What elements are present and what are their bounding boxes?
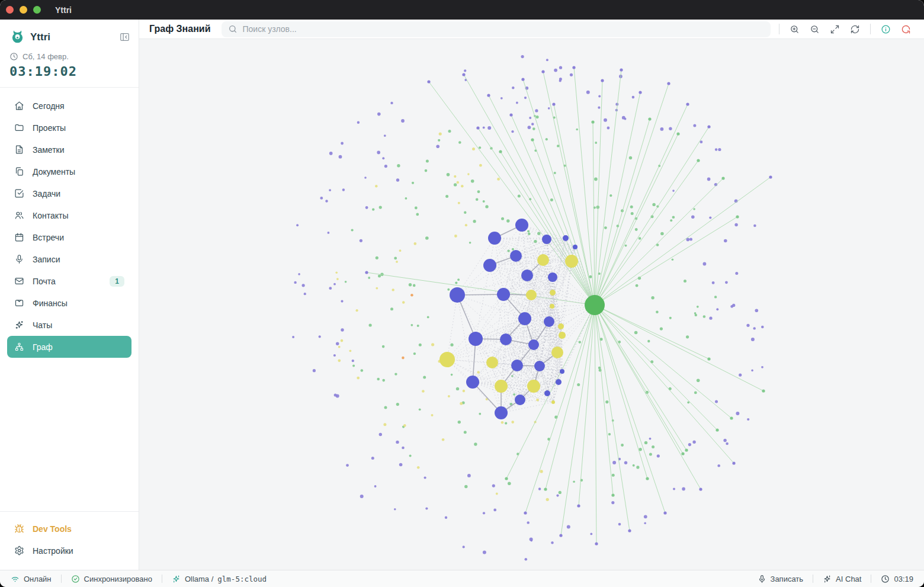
green-dot[interactable] bbox=[485, 205, 488, 208]
purple-dot[interactable] bbox=[436, 145, 439, 148]
purple-dot[interactable] bbox=[531, 123, 534, 125]
green-dot[interactable] bbox=[647, 340, 650, 342]
yellow-dot[interactable] bbox=[375, 185, 377, 187]
edge-endpoint-node[interactable] bbox=[365, 271, 368, 274]
graph-hub-node[interactable] bbox=[585, 295, 605, 315]
green-dot[interactable] bbox=[382, 379, 385, 382]
edge-endpoint-node[interactable] bbox=[707, 125, 710, 128]
edge-endpoint-node[interactable] bbox=[462, 73, 465, 76]
purple-dot[interactable] bbox=[688, 443, 691, 446]
green-dot[interactable] bbox=[577, 383, 580, 386]
green-dot[interactable] bbox=[413, 352, 416, 355]
ai-chat-button[interactable]: AI Chat bbox=[823, 575, 861, 583]
graph-node-blue[interactable] bbox=[500, 333, 512, 345]
green-dot[interactable] bbox=[352, 365, 355, 367]
green-dot[interactable] bbox=[479, 413, 481, 415]
purple-dot[interactable] bbox=[341, 142, 344, 145]
green-dot[interactable] bbox=[448, 130, 451, 133]
edge-endpoint-node[interactable] bbox=[646, 477, 649, 480]
purple-dot[interactable] bbox=[716, 308, 718, 310]
green-dot[interactable] bbox=[518, 195, 521, 198]
graph-node-yellow[interactable] bbox=[537, 254, 549, 266]
purple-dot[interactable] bbox=[296, 224, 299, 226]
purple-dot[interactable] bbox=[590, 533, 592, 535]
graph-node-yellow[interactable] bbox=[551, 347, 563, 358]
green-dot[interactable] bbox=[476, 198, 479, 201]
purple-dot[interactable] bbox=[333, 354, 336, 357]
sidebar-item-settings[interactable]: Настройки bbox=[7, 540, 131, 562]
purple-dot[interactable] bbox=[329, 152, 333, 155]
yellow-dot[interactable] bbox=[431, 343, 434, 346]
graph-node-yellow[interactable] bbox=[526, 290, 537, 300]
sidebar-item-notes[interactable]: Заметки bbox=[7, 139, 131, 161]
graph-node-blue[interactable] bbox=[466, 376, 479, 389]
green-dot[interactable] bbox=[554, 172, 556, 174]
yellow-dot[interactable] bbox=[454, 235, 457, 238]
green-dot[interactable] bbox=[450, 344, 453, 347]
purple-dot[interactable] bbox=[396, 178, 399, 181]
green-dot[interactable] bbox=[457, 278, 460, 281]
green-dot[interactable] bbox=[376, 256, 378, 259]
green-dot[interactable] bbox=[629, 156, 632, 159]
green-dot[interactable] bbox=[697, 306, 699, 308]
purple-dot[interactable] bbox=[364, 177, 367, 179]
green-dot[interactable] bbox=[621, 444, 624, 447]
green-dot[interactable] bbox=[652, 203, 655, 206]
graph-node-blue[interactable] bbox=[510, 250, 522, 262]
edge-endpoint-node[interactable] bbox=[721, 177, 724, 179]
purple-dot[interactable] bbox=[673, 487, 675, 490]
yellow-dot[interactable] bbox=[497, 178, 500, 181]
green-dot[interactable] bbox=[535, 116, 538, 118]
purple-dot[interactable] bbox=[761, 366, 763, 368]
yellow-dot[interactable] bbox=[467, 173, 470, 175]
green-dot[interactable] bbox=[686, 335, 689, 338]
purple-dot[interactable] bbox=[559, 78, 562, 81]
purple-dot[interactable] bbox=[399, 463, 403, 467]
graph-node-yellow[interactable] bbox=[527, 380, 540, 393]
yellow-dot[interactable] bbox=[338, 346, 341, 348]
green-dot[interactable] bbox=[382, 345, 385, 348]
edge-endpoint-node[interactable] bbox=[663, 511, 666, 514]
edge-endpoint-node[interactable] bbox=[601, 79, 604, 82]
purple-dot[interactable] bbox=[718, 148, 721, 151]
yellow-dot[interactable] bbox=[479, 164, 482, 167]
green-dot[interactable] bbox=[505, 422, 507, 425]
purple-dot[interactable] bbox=[493, 509, 496, 512]
purple-dot[interactable] bbox=[717, 464, 720, 467]
edge-endpoint-node[interactable] bbox=[736, 215, 739, 218]
purple-dot[interactable] bbox=[700, 140, 703, 143]
graph-node-blue[interactable] bbox=[515, 219, 528, 232]
green-dot[interactable] bbox=[372, 208, 374, 210]
green-dot[interactable] bbox=[415, 207, 418, 210]
edge-endpoint-node[interactable] bbox=[699, 487, 702, 490]
purple-dot[interactable] bbox=[467, 474, 471, 477]
green-dot[interactable] bbox=[670, 219, 672, 222]
search-input[interactable] bbox=[243, 24, 765, 34]
purple-dot[interactable] bbox=[319, 335, 321, 338]
purple-dot[interactable] bbox=[657, 454, 660, 457]
purple-dot[interactable] bbox=[725, 281, 728, 284]
green-dot[interactable] bbox=[479, 146, 481, 149]
purple-dot[interactable] bbox=[371, 457, 374, 460]
green-dot[interactable] bbox=[595, 142, 597, 144]
green-dot[interactable] bbox=[394, 257, 397, 260]
green-dot[interactable] bbox=[379, 206, 382, 209]
green-dot[interactable] bbox=[410, 324, 413, 326]
purple-dot[interactable] bbox=[492, 485, 495, 487]
reset-button[interactable] bbox=[901, 24, 911, 34]
edge-endpoint-node[interactable] bbox=[769, 175, 772, 178]
purple-dot[interactable] bbox=[294, 281, 296, 284]
green-dot[interactable] bbox=[397, 164, 400, 167]
edge-endpoint-node[interactable] bbox=[611, 493, 614, 496]
edge-endpoint-node[interactable] bbox=[476, 126, 479, 129]
green-dot[interactable] bbox=[714, 296, 717, 298]
green-dot[interactable] bbox=[483, 200, 485, 203]
edge-endpoint-node[interactable] bbox=[577, 504, 580, 507]
graph-node-yellow[interactable] bbox=[565, 255, 578, 268]
purple-dot[interactable] bbox=[753, 224, 756, 227]
green-dot[interactable] bbox=[576, 129, 578, 131]
edge-endpoint-node[interactable] bbox=[648, 117, 651, 120]
purple-dot[interactable] bbox=[341, 300, 343, 303]
purple-dot[interactable] bbox=[746, 324, 749, 327]
green-dot[interactable] bbox=[426, 160, 429, 163]
